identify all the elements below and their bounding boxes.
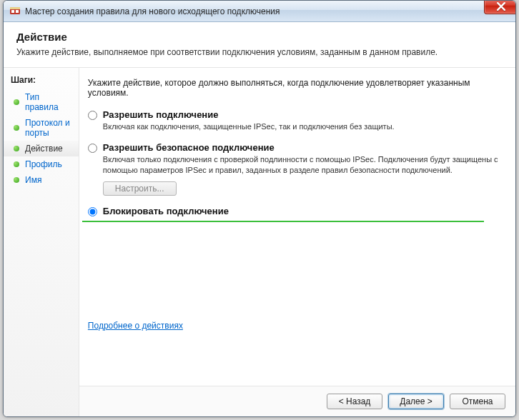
option-allow-secure-title: Разрешить безопасное подключение xyxy=(103,142,275,153)
close-icon xyxy=(497,2,505,11)
step-label: Профиль xyxy=(25,159,62,169)
page-title: Действие xyxy=(16,31,503,43)
option-allow: Разрешить подключение Включая как подклю… xyxy=(82,105,505,138)
svg-rect-1 xyxy=(10,7,20,9)
svg-rect-3 xyxy=(16,10,19,13)
bullet-icon xyxy=(14,177,19,183)
intro-text: Укажите действие, которое должно выполня… xyxy=(82,78,505,105)
bullet-icon xyxy=(14,99,19,105)
page-header: Действие Укажите действие, выполняемое п… xyxy=(4,22,515,68)
spacer xyxy=(82,222,505,308)
step-label: Тип правила xyxy=(25,92,71,112)
option-allow-title: Разрешить подключение xyxy=(103,109,219,120)
learn-more: Подробнее о действиях xyxy=(82,308,505,334)
option-allow-desc: Включая как подключения, защищенные IPSe… xyxy=(103,121,500,132)
step-action[interactable]: Действие xyxy=(4,141,79,156)
step-label: Протокол и порты xyxy=(25,118,71,138)
bullet-icon xyxy=(14,161,19,167)
option-allow-secure: Разрешить безопасное подключение Включая… xyxy=(82,138,505,201)
learn-more-link[interactable]: Подробнее о действиях xyxy=(88,321,183,331)
option-allow-row[interactable]: Разрешить подключение xyxy=(88,109,500,120)
radio-allow[interactable] xyxy=(88,111,97,120)
wizard-window: Мастер создания правила для нового исход… xyxy=(3,0,516,417)
option-block: Блокировать подключение xyxy=(82,201,484,222)
step-label: Имя xyxy=(25,175,41,185)
radio-allow-secure[interactable] xyxy=(88,144,97,153)
cancel-button[interactable]: Отмена xyxy=(450,394,505,409)
window-title: Мастер создания правила для нового исход… xyxy=(25,6,511,16)
main-pane: Укажите действие, которое должно выполня… xyxy=(79,68,515,416)
step-rule-type[interactable]: Тип правила xyxy=(4,89,79,115)
back-button[interactable]: < Назад xyxy=(327,394,382,409)
footer: < Назад Далее > Отмена xyxy=(79,386,515,416)
svg-rect-2 xyxy=(11,10,14,13)
next-button[interactable]: Далее > xyxy=(388,394,444,409)
option-block-row[interactable]: Блокировать подключение xyxy=(88,206,478,216)
radio-block[interactable] xyxy=(88,207,97,216)
close-button[interactable] xyxy=(484,0,516,14)
step-label: Действие xyxy=(25,144,63,154)
titlebar: Мастер создания правила для нового исход… xyxy=(4,1,515,22)
option-allow-secure-desc: Включая только подключения с проверкой п… xyxy=(103,154,500,176)
option-allow-secure-row[interactable]: Разрешить безопасное подключение xyxy=(88,142,500,153)
bullet-icon xyxy=(14,125,19,131)
step-profile[interactable]: Профиль xyxy=(4,156,79,172)
page-subtitle: Укажите действие, выполняемое при соотве… xyxy=(16,47,503,57)
option-block-title: Блокировать подключение xyxy=(103,206,229,216)
step-protocol-ports[interactable]: Протокол и порты xyxy=(4,115,79,141)
content: Укажите действие, которое должно выполня… xyxy=(79,68,515,386)
steps-sidebar: Шаги: Тип правила Протокол и порты Дейст… xyxy=(4,68,79,416)
steps-heading: Шаги: xyxy=(4,72,79,89)
body: Шаги: Тип правила Протокол и порты Дейст… xyxy=(4,68,515,416)
configure-button: Настроить... xyxy=(103,181,177,196)
step-name[interactable]: Имя xyxy=(4,172,79,188)
bullet-icon xyxy=(14,146,19,151)
app-icon xyxy=(9,6,21,17)
